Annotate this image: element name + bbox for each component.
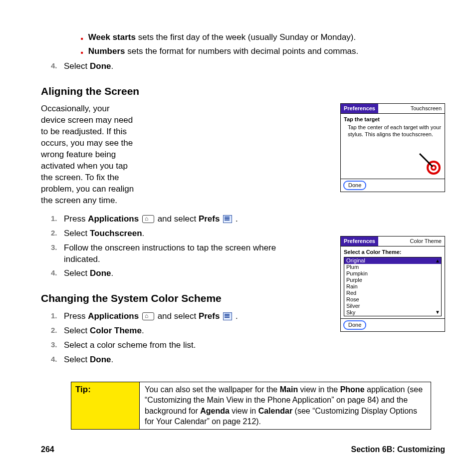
step-number: 4. [51,268,64,279]
numbered-step: 3.Follow the onscreen instructions to ta… [51,242,300,265]
theme-list[interactable]: ▲ ▼ OriginalPlumPumpkinPurpleRainRedRose… [344,257,442,316]
aligning-intro: Occasionally, your device screen may nee… [41,103,136,206]
step-number: 1. [51,311,64,322]
prefs-title: Preferences [341,237,378,246]
svg-line-4 [420,154,433,167]
step-number: 3. [51,340,64,351]
numbered-step: 2.Select Color Theme. [51,325,300,337]
svg-point-3 [433,167,435,169]
target-icon [419,153,442,176]
applications-icon [142,312,154,320]
tap-target-heading: Tap the target [344,116,442,123]
theme-option[interactable]: Original [344,257,441,264]
theme-option[interactable]: Red [344,290,441,296]
applications-icon [142,215,154,223]
numbered-step: 2.Select Touchscreen. [51,228,300,239]
numbered-step: 3.Select a color scheme from the list. [51,340,300,351]
step-number: 4. [51,61,64,72]
prefs-category: Color Theme [407,237,445,246]
bullet-icon: ■ [81,48,83,58]
step-text: Select Done. [64,354,113,366]
numbered-step: 4.Select Done. [51,268,300,279]
tip-box: Tip: You can also set the wallpaper for … [71,382,431,430]
numbered-step: 1.Press Applications and select Prefs . [51,214,300,225]
step-number: 3. [51,242,64,265]
theme-option[interactable]: Silver [344,303,441,309]
step-text: Press Applications and select Prefs . [64,311,238,322]
step-text: Select Done. [64,61,113,72]
theme-option[interactable]: Rose [344,296,441,303]
scroll-down-icon[interactable]: ▼ [435,309,440,316]
theme-option[interactable]: Purple [344,277,441,283]
step-text: Select Done. [64,268,113,279]
prefs-category: Touchscreen [408,104,445,113]
theme-option[interactable]: Plum [344,264,441,270]
step-number: 4. [51,354,64,366]
step-number: 2. [51,228,64,239]
sub-bullet: ■Numbers sets the format for numbers wit… [81,46,445,58]
section-label: Section 6B: Customizing [351,444,445,455]
step-number: 2. [51,325,64,337]
tip-label: Tip: [71,382,140,429]
select-theme-heading: Select a Color Theme: [344,248,442,256]
theme-option[interactable]: Rain [344,283,441,290]
step-text: Select Color Theme. [64,325,144,337]
numbered-step: 4.Select Done. [51,354,300,366]
screenshot-color-theme: Preferences Color Theme Select a Color T… [340,236,445,332]
step-text: Select a color scheme from the list. [64,340,196,351]
numbered-step: 1.Press Applications and select Prefs . [51,311,300,322]
page-number: 264 [41,444,54,455]
tip-text: You can also set the wallpaper for the M… [140,382,431,429]
step-text: Follow the onscreen instructions to tap … [64,242,300,265]
scroll-up-icon[interactable]: ▲ [435,257,440,264]
prefs-title: Preferences [341,104,378,113]
screenshot-touchscreen: Preferences Touchscreen Tap the target T… [340,103,445,192]
prefs-icon [223,215,232,223]
prefs-icon [223,312,232,320]
step-text: Select Touchscreen. [64,228,144,239]
sub-bullet: ■Week starts sets the first day of the w… [81,32,445,44]
done-button[interactable]: Done [343,181,366,190]
heading-aligning-screen: Aligning the Screen [41,84,445,98]
tap-target-text: Tap the center of each target with your … [348,124,442,138]
done-button[interactable]: Done [343,320,366,330]
bullet-icon: ■ [81,34,83,44]
step-text: Press Applications and select Prefs . [64,214,238,225]
theme-option[interactable]: Sky [344,309,441,316]
step-number: 1. [51,214,64,225]
theme-option[interactable]: Pumpkin [344,270,441,277]
step-select-done: 4. Select Done. [51,61,445,72]
